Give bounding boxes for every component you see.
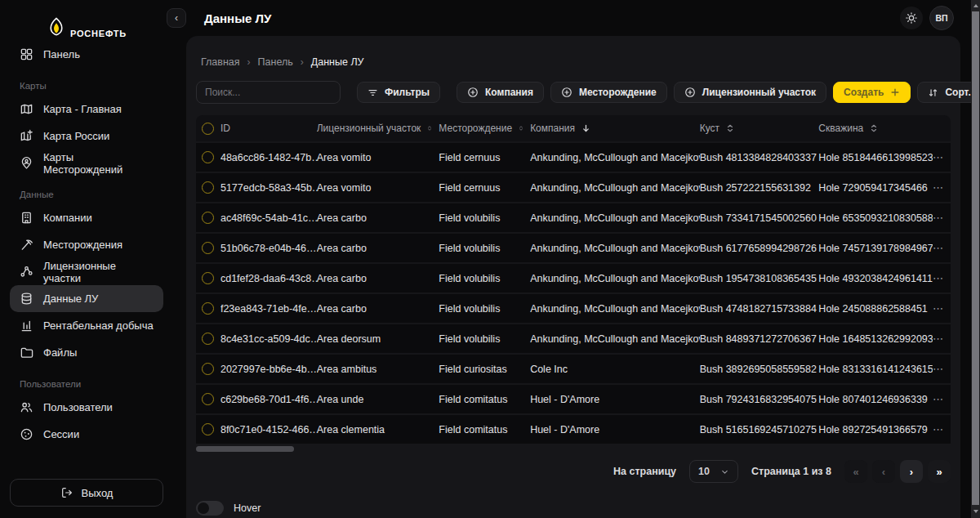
breadcrumb-panel[interactable]: Панель — [258, 56, 293, 68]
column-header-company[interactable]: Компания — [530, 123, 700, 134]
vertical-scrollbar[interactable] — [971, 0, 980, 518]
header-select-radio[interactable] — [202, 123, 214, 135]
sidebar-item-fields[interactable]: Месторождения — [10, 231, 163, 258]
cell-license-area: Area unde — [317, 394, 439, 405]
table-row[interactable]: 51b06c78-e04b-46… Area carbo Field volub… — [196, 234, 951, 262]
sidebar-item-map-main[interactable]: Карта - Главная — [10, 96, 163, 123]
row-menu-button[interactable]: ⋯ — [933, 212, 951, 224]
sidebar-item-field-maps[interactable]: Карты Месторождений — [10, 150, 163, 176]
cell-id: 8f0c71e0-4152-466… — [220, 424, 317, 435]
breadcrumb-current: Данные ЛУ — [311, 56, 364, 68]
scroll-down-arrow[interactable] — [971, 505, 980, 518]
first-page-button[interactable]: « — [844, 460, 867, 483]
cell-field: Field volubilis — [439, 303, 530, 315]
sort-updown-icon — [519, 123, 523, 133]
row-select-radio[interactable] — [202, 181, 214, 194]
user-avatar[interactable]: ВП — [929, 6, 954, 30]
filters-button[interactable]: Фильтры — [357, 82, 440, 103]
table-row[interactable]: 5177edcb-58a3-45b… Area vomito Field cer… — [196, 173, 951, 202]
column-header-hole[interactable]: Скважина — [818, 123, 933, 134]
page-size-value: 10 — [698, 466, 710, 477]
table-row[interactable]: 8f0c71e0-4152-466… Area clementia Field … — [196, 415, 951, 444]
table-row[interactable]: cd1fef28-daa6-43c8… Area carbo Field vol… — [196, 264, 951, 292]
row-menu-button[interactable]: ⋯ — [933, 393, 951, 405]
sidebar-item-profitable-production[interactable]: Рентабельная добыча — [10, 312, 163, 339]
table-row[interactable]: c629be68-70d1-4f6… Area unde Field comit… — [196, 385, 951, 413]
row-menu-button[interactable]: ⋯ — [933, 423, 951, 435]
toolbar-right-group: Создать Сорт. 1 Вид — [833, 82, 980, 103]
brand-name: РОСНЕФТЬ — [70, 29, 127, 38]
sidebar-item-companies[interactable]: Компании — [10, 204, 163, 231]
row-menu-button[interactable]: ⋯ — [933, 302, 951, 315]
table-row[interactable]: 8c4e31cc-a509-4dc… Area deorsum Field vo… — [196, 324, 951, 353]
sidebar-item-label: Пользователи — [43, 401, 113, 413]
vertical-scrollbar-thumb[interactable] — [972, 11, 979, 505]
cell-id: cd1fef28-daa6-43c8… — [220, 273, 317, 284]
cell-hole: Hole 8313316141243615 — [818, 364, 933, 375]
cell-field: Field cernuus — [439, 152, 530, 163]
column-header-field[interactable]: Месторождение — [439, 123, 530, 134]
row-select-radio[interactable] — [202, 302, 214, 315]
sidebar-item-label: Файлы — [43, 346, 77, 359]
sidebar-collapse-button[interactable]: ‹ — [167, 8, 186, 28]
prev-page-button[interactable]: ‹ — [872, 460, 895, 483]
cell-company: Huel - D'Amore — [530, 394, 700, 405]
row-select-radio[interactable] — [202, 151, 214, 163]
row-menu-button[interactable]: ⋯ — [933, 272, 951, 284]
sidebar-item-map-russia[interactable]: Карта России — [10, 123, 163, 150]
row-menu-button[interactable]: ⋯ — [933, 181, 951, 194]
page-size-select[interactable]: 10 — [689, 460, 738, 483]
table-row[interactable]: ac48f69c-54ab-41c… Area carbo Field volu… — [196, 203, 951, 232]
row-menu-button[interactable]: ⋯ — [933, 363, 951, 375]
cell-id: ac48f69c-54ab-41c… — [220, 212, 317, 224]
cell-field: Field volubilis — [439, 333, 530, 345]
table-row[interactable]: 2027997e-bb6e-4b… Area ambitus Field cur… — [196, 355, 951, 383]
cell-bush: Bush 257222155631392 — [700, 182, 819, 194]
row-select-radio[interactable] — [202, 393, 214, 405]
row-menu-button[interactable]: ⋯ — [933, 333, 951, 345]
horizontal-scrollbar-thumb[interactable] — [196, 446, 294, 452]
sidebar-item-sessions[interactable]: Сессии — [10, 421, 163, 448]
page-info: Страница 1 из 8 — [751, 466, 831, 477]
quick-add-label: Месторождение — [579, 87, 657, 98]
row-select-radio[interactable] — [202, 363, 214, 375]
sidebar-item-lu-data[interactable]: Данные ЛУ — [10, 285, 163, 312]
quick-add-button[interactable]: Месторождение — [550, 82, 667, 103]
hover-toggle[interactable] — [196, 501, 224, 516]
hover-label: Hover — [234, 502, 261, 514]
next-page-button[interactable]: › — [900, 460, 923, 483]
cell-license-area: Area vomito — [317, 182, 439, 194]
sidebar-item-panel[interactable]: Панель — [10, 41, 163, 68]
sidebar-item-files[interactable]: Файлы — [10, 339, 163, 366]
cell-hole: Hole 6535093210830588 — [818, 212, 933, 224]
cell-company: Ankunding, McCullough and Macejkovic — [530, 182, 700, 194]
triangle-down-icon — [973, 510, 978, 513]
row-select-radio[interactable] — [202, 272, 214, 284]
sidebar-item-label: Лицензионные участки — [43, 260, 154, 284]
sidebar-item-license-areas[interactable]: Лицензионные участки — [10, 258, 163, 285]
column-header-license-area[interactable]: Лицензионный участок — [317, 123, 439, 134]
quick-add-button[interactable]: Лицензионный участок — [674, 82, 826, 103]
last-page-button[interactable]: » — [928, 460, 951, 483]
scroll-up-arrow[interactable] — [971, 0, 980, 11]
row-menu-button[interactable]: ⋯ — [933, 242, 951, 254]
theme-toggle-button[interactable] — [900, 7, 923, 29]
table-row[interactable]: f23ea843-71eb-4fe… Area carbo Field volu… — [196, 294, 951, 323]
row-select-radio[interactable] — [202, 333, 214, 345]
row-menu-button[interactable]: ⋯ — [933, 151, 951, 163]
quick-add-button[interactable]: Компания — [457, 82, 544, 103]
row-select-radio[interactable] — [202, 212, 214, 224]
logout-button[interactable]: Выход — [10, 479, 163, 507]
sidebar-item-users[interactable]: Пользователи — [10, 394, 163, 421]
breadcrumb-home[interactable]: Главная — [201, 56, 240, 68]
create-button[interactable]: Создать — [833, 82, 911, 103]
column-header-bush[interactable]: Куст — [700, 123, 819, 134]
row-select-radio[interactable] — [202, 423, 214, 435]
table-row[interactable]: 48a6cc86-1482-47b… Area vomito Field cer… — [196, 143, 951, 172]
cell-hole: Hole 8518446613998523 — [818, 152, 933, 163]
column-header-id[interactable]: ID — [220, 123, 317, 134]
search-input[interactable] — [196, 81, 341, 104]
cell-id: 8c4e31cc-a509-4dc… — [220, 333, 317, 345]
cell-hole: Hole 729059417345466 — [818, 182, 933, 194]
row-select-radio[interactable] — [202, 242, 214, 254]
